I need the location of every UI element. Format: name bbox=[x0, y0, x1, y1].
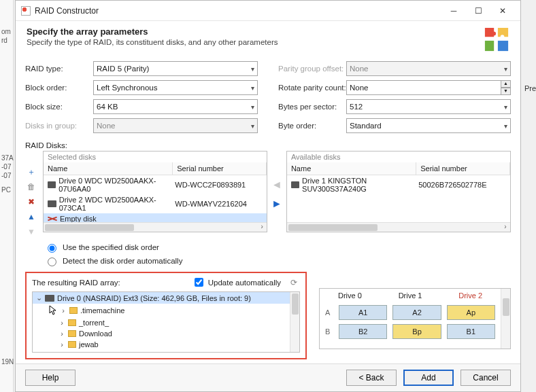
disk-row[interactable]: Drive 2 WDC WD2500AAKX-073CA1 WD-WMAYV22… bbox=[44, 194, 267, 213]
byte-order-select[interactable]: Standard▾ bbox=[346, 118, 511, 133]
expand-icon[interactable]: › bbox=[58, 319, 65, 327]
stripe-cell-parity: Ap bbox=[447, 305, 495, 320]
tree-item[interactable]: › _torrent_ bbox=[33, 317, 299, 328]
page-title: Specify the array parameters bbox=[27, 26, 475, 37]
stripe-col-header: Drive 2 bbox=[440, 289, 501, 302]
chevron-down-icon: ▾ bbox=[504, 122, 507, 130]
disk-row[interactable]: Drive 1 KINGSTON SUV300S37A240G 50026B72… bbox=[287, 175, 510, 194]
stripe-row: A A1 A2 Ap bbox=[325, 305, 495, 320]
expand-icon[interactable]: › bbox=[58, 340, 65, 349]
cancel-button[interactable]: Cancel bbox=[460, 370, 511, 386]
empty-disk-icon bbox=[48, 215, 57, 222]
chevron-down-icon: ▾ bbox=[251, 122, 254, 130]
hdd-icon bbox=[45, 295, 54, 302]
app-icon bbox=[21, 6, 31, 16]
collapse-icon[interactable]: ⌄ bbox=[35, 293, 42, 302]
stripe-row: B B2 Bp B1 bbox=[325, 324, 495, 339]
left-form: RAID type: RAID 5 (Parity)▾ Block order:… bbox=[25, 61, 258, 133]
stripe-map: Drive 0 Drive 1 Drive 2 A A1 A2 Ap bbox=[319, 288, 511, 349]
stripe-cell-parity: Bp bbox=[392, 324, 441, 339]
footer: Help < Back Add Cancel bbox=[16, 363, 520, 391]
folder-icon bbox=[68, 319, 76, 326]
tree-root[interactable]: ⌄ Drive 0 (NASRAID) Ext3 (Size: 462,96 G… bbox=[33, 292, 299, 304]
add-button[interactable]: Add bbox=[403, 370, 454, 386]
detect-order-auto-radio[interactable]: Detect the disk order automatically bbox=[44, 255, 511, 266]
bytes-per-sector-label: Bytes per sector: bbox=[278, 103, 346, 111]
hdd-icon bbox=[48, 181, 56, 188]
spin-down-icon[interactable]: ▼ bbox=[501, 88, 511, 95]
transfer-arrows: ◄ ► bbox=[270, 151, 284, 238]
right-form: Parity group offset: None▾ Rotate parity… bbox=[278, 61, 511, 133]
stripe-col-header: Drive 0 bbox=[320, 289, 380, 302]
back-button[interactable]: < Back bbox=[346, 370, 397, 386]
tree-item[interactable]: › .timemachine bbox=[33, 304, 299, 317]
available-disks-panel: Available disks Name Serial number Drive… bbox=[286, 151, 511, 232]
stripe-cell: B2 bbox=[339, 324, 387, 339]
refresh-icon[interactable]: ⟳ bbox=[288, 277, 300, 289]
chevron-down-icon: ▾ bbox=[251, 65, 254, 73]
bytes-per-sector-select[interactable]: 512▾ bbox=[346, 99, 511, 114]
tree-item[interactable]: › Download bbox=[33, 328, 299, 339]
hdd-icon bbox=[291, 181, 299, 188]
available-disks-caption: Available disks bbox=[287, 152, 510, 162]
chevron-down-icon: ▾ bbox=[251, 103, 254, 111]
block-order-label: Block order: bbox=[25, 84, 93, 92]
resulting-raid-box: The resulting RAID array: Update automat… bbox=[25, 272, 307, 359]
disks-in-group-label: Disks in group: bbox=[25, 122, 93, 130]
add-disk-button[interactable]: ＋ bbox=[25, 166, 37, 178]
col-name[interactable]: Name bbox=[287, 162, 416, 175]
titlebar: RAID Constructor ─ ☐ ✕ bbox=[16, 1, 520, 21]
chevron-down-icon: ▾ bbox=[504, 103, 507, 111]
rotate-parity-spinner[interactable]: None ▲▼ bbox=[346, 80, 511, 95]
expand-icon[interactable]: › bbox=[60, 306, 67, 315]
tree-item[interactable]: › jewab bbox=[33, 339, 299, 350]
stripe-cell: B1 bbox=[447, 324, 495, 339]
mark-empty-button[interactable]: ✖ bbox=[25, 196, 37, 208]
expand-icon[interactable]: › bbox=[58, 329, 65, 338]
chevron-down-icon: ▾ bbox=[251, 84, 254, 92]
minimize-button[interactable]: ─ bbox=[441, 3, 466, 19]
move-right-arrow[interactable]: ► bbox=[271, 198, 282, 210]
parity-offset-select: None▾ bbox=[346, 61, 511, 76]
col-name[interactable]: Name bbox=[44, 162, 173, 175]
byte-order-label: Byte order: bbox=[278, 122, 346, 130]
resulting-raid-tree[interactable]: ⌄ Drive 0 (NASRAID) Ext3 (Size: 462,96 G… bbox=[32, 291, 300, 353]
close-button[interactable]: ✕ bbox=[490, 3, 515, 19]
move-down-button: ▼ bbox=[25, 226, 37, 238]
v-scrollbar[interactable] bbox=[501, 289, 510, 349]
h-scrollbar[interactable]: ‹› bbox=[44, 222, 267, 232]
use-specified-order-radio[interactable]: Use the specified disk order bbox=[44, 242, 511, 253]
h-scrollbar[interactable]: ‹› bbox=[287, 222, 510, 232]
selected-disks-caption: Selected disks bbox=[44, 152, 267, 162]
parity-offset-label: Parity group offset: bbox=[278, 65, 346, 73]
col-serial[interactable]: Serial number bbox=[173, 162, 267, 175]
raid-constructor-window: RAID Constructor ─ ☐ ✕ Specify the array… bbox=[15, 0, 521, 392]
v-scrollbar[interactable] bbox=[290, 292, 299, 352]
move-up-button[interactable]: ▲ bbox=[25, 211, 37, 223]
block-size-label: Block size: bbox=[25, 103, 93, 111]
help-button[interactable]: Help bbox=[25, 370, 76, 386]
col-serial[interactable]: Serial number bbox=[416, 162, 510, 175]
disk-row[interactable]: Empty disk bbox=[44, 213, 267, 222]
block-order-select[interactable]: Left Synchronous▾ bbox=[93, 80, 258, 95]
block-size-select[interactable]: 64 KB▾ bbox=[93, 99, 258, 114]
puzzle-icon bbox=[484, 26, 509, 54]
remove-disk-button[interactable]: 🗑 bbox=[25, 181, 37, 193]
update-automatically-checkbox[interactable]: Update automatically bbox=[192, 276, 281, 289]
folder-icon bbox=[68, 341, 76, 348]
raid-type-label: RAID type: bbox=[25, 65, 93, 73]
stripe-cell: A1 bbox=[339, 305, 387, 320]
folder-icon bbox=[69, 307, 78, 314]
disk-order-options: Use the specified disk order Detect the … bbox=[44, 242, 511, 266]
disk-row[interactable]: Drive 0 WDC WD2500AAKX-07U6AA0 WD-WCC2F0… bbox=[44, 175, 267, 194]
raid-disks-label: RAID Disks: bbox=[25, 141, 511, 149]
spin-up-icon[interactable]: ▲ bbox=[501, 80, 511, 88]
maximize-button[interactable]: ☐ bbox=[466, 3, 490, 19]
raid-type-select[interactable]: RAID 5 (Parity)▾ bbox=[93, 61, 258, 76]
cursor-icon bbox=[49, 305, 57, 316]
hdd-icon bbox=[48, 200, 56, 207]
move-left-arrow: ◄ bbox=[271, 179, 282, 191]
rotate-parity-label: Rotate parity count: bbox=[278, 84, 346, 92]
stripe-col-header: Drive 1 bbox=[380, 289, 441, 302]
disk-toolbar: ＋ 🗑 ✖ ▲ ▼ bbox=[25, 151, 40, 238]
